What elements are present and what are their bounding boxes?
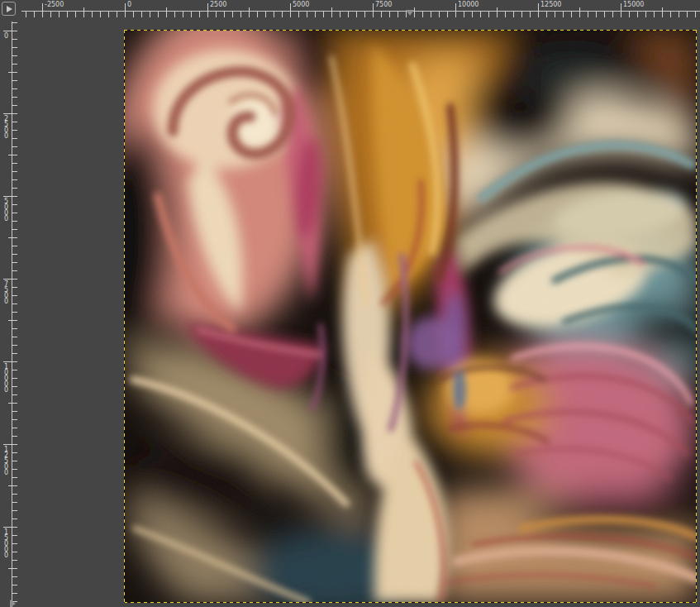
h-ruler-tick [546,11,547,17]
v-ruler-tick [12,436,17,437]
right-triangle-icon [7,6,12,12]
h-ruler-tick [588,11,588,17]
h-ruler-tick [612,11,613,17]
v-ruler-tick [12,328,17,329]
v-ruler-tick [8,485,17,486]
h-ruler-tick [282,11,283,17]
v-ruler-tick [12,262,17,263]
v-ruler-label: 0 [2,32,9,38]
ruler-origin-button[interactable] [2,2,16,16]
h-ruler-tick [373,3,374,17]
vertical-ruler[interactable]: 0250050007500100001250015000 [0,0,17,607]
h-ruler-tick [257,11,258,17]
h-ruler-tick [679,11,679,17]
h-ruler-tick [662,7,663,17]
h-ruler-tick [654,11,655,17]
h-ruler-tick [579,7,580,17]
h-ruler-tick [67,11,68,17]
v-ruler-tick [12,312,17,313]
v-ruler-tick [3,361,17,362]
v-ruler-tick [12,39,17,40]
v-ruler-tick [12,171,17,172]
layer-boundary-right [696,30,697,603]
layer-boundary-bottom [124,602,697,603]
h-ruler-tick [141,11,142,17]
v-ruler-label: 2500 [2,115,9,138]
v-ruler-tick [12,163,17,164]
v-ruler-tick [12,386,17,387]
h-ruler-tick [629,11,630,17]
h-ruler-tick [83,7,84,17]
v-ruler-label: 10000 [2,363,9,392]
v-ruler-tick [12,452,17,453]
v-ruler-tick [8,568,17,569]
h-ruler-tick [274,11,274,17]
h-ruler-tick [298,11,299,17]
v-ruler-tick [3,444,17,445]
v-ruler-tick [12,345,17,346]
layer-boundary-left [124,30,125,603]
h-ruler-tick [133,11,134,17]
h-ruler-tick [530,11,531,17]
h-ruler-tick [315,11,316,17]
v-ruler-tick [12,295,17,296]
v-ruler-tick [12,179,17,180]
h-ruler-tick [645,11,646,17]
h-ruler-label: 0 [127,1,131,8]
v-ruler-tick [12,419,17,420]
h-ruler-tick [108,11,109,17]
pointer-position-marker-horizontal [406,10,414,16]
h-ruler-tick [207,3,208,17]
h-ruler-tick [455,3,456,17]
h-ruler-tick [555,11,555,17]
layer-boundary-top [124,30,697,31]
v-ruler-tick [3,279,17,280]
h-ruler-tick [183,11,183,17]
h-ruler-tick [488,11,489,17]
h-ruler-tick [521,11,522,17]
h-ruler-tick [695,11,696,17]
h-ruler-tick [472,11,473,17]
h-ruler-tick [340,11,340,17]
h-ruler-tick [398,11,398,17]
v-ruler-tick [12,428,17,428]
v-ruler-tick [12,47,17,48]
v-ruler-tick [12,411,17,412]
h-ruler-tick [59,11,60,17]
h-ruler-tick [34,11,35,17]
artwork-painting [125,31,696,602]
v-ruler-tick [8,72,17,73]
v-ruler-tick [12,585,17,585]
v-ruler-tick [12,246,17,246]
v-ruler-tick [8,403,17,404]
v-ruler-tick [12,543,17,544]
horizontal-ruler-baseline [21,11,700,12]
v-ruler-tick [12,55,17,56]
h-ruler-label: 12500 [540,1,561,8]
image-editor-window: -25000250050007500100001250015000 025005… [0,0,700,607]
h-ruler-label: -2500 [45,1,64,8]
h-ruler-tick [431,11,431,17]
h-ruler-tick [125,3,126,17]
h-ruler-tick [563,11,564,17]
v-ruler-tick [12,122,17,122]
v-ruler-tick [12,304,17,304]
v-ruler-tick [12,204,17,205]
h-ruler-tick [166,7,167,17]
h-ruler-tick [75,11,76,17]
h-ruler-tick [216,11,217,17]
h-ruler-tick [232,11,233,17]
h-ruler-tick [687,11,688,17]
h-ruler-tick [240,11,241,17]
v-ruler-tick [12,188,17,189]
v-ruler-tick [12,494,17,495]
artwork-image[interactable] [125,31,696,602]
h-ruler-tick [381,11,382,17]
v-ruler-tick [3,196,17,197]
h-ruler-tick [42,3,43,17]
horizontal-ruler[interactable]: -25000250050007500100001250015000 [0,0,700,17]
h-ruler-tick [447,11,448,17]
v-ruler-tick [12,576,17,577]
canvas-viewport[interactable] [17,17,700,607]
v-ruler-tick [12,80,17,81]
